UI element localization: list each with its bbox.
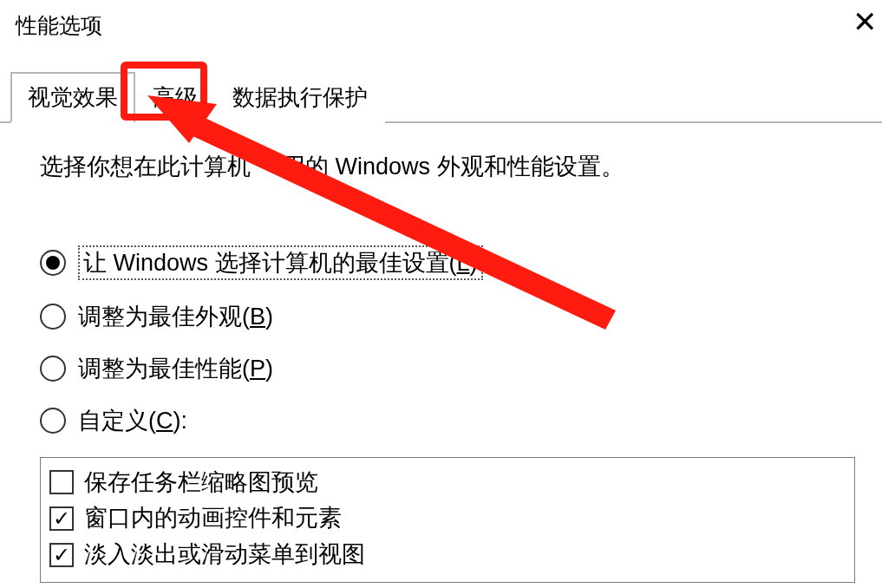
performance-options-dialog: 性能选项 ✕ 视觉效果 高级 数据执行保护 选择你想在此计算机XX用的 Wind… — [0, 0, 882, 588]
radio-label-suffix: ): — [173, 408, 188, 434]
tab-label: 数据执行保护 — [232, 84, 368, 110]
tab-label: 视觉效果 — [28, 84, 118, 110]
tab-dep[interactable]: 数据执行保护 — [215, 72, 385, 123]
radio-icon — [40, 250, 66, 276]
tabstrip: 视觉效果 高级 数据执行保护 — [0, 66, 882, 123]
radio-custom[interactable]: 自定义(C): — [40, 405, 842, 436]
radio-label-prefix: 让 Windows 选择计算机的最佳设置( — [83, 250, 457, 276]
radio-hotkey: B — [250, 304, 265, 330]
radio-label-prefix: 调整为最佳性能( — [78, 356, 250, 382]
radio-icon — [40, 356, 66, 382]
intro-prefix: 选择你想在此计算机 — [40, 154, 251, 180]
checklist-item[interactable]: 保存任务栏缩略图预览 — [49, 465, 846, 501]
radio-label: 调整为最佳外观(B) — [78, 301, 273, 332]
radio-label-suffix: ) — [265, 356, 273, 382]
checklist-item[interactable]: ✓ 窗口内的动画控件和元素 — [49, 500, 846, 537]
radio-let-windows-choose[interactable]: 让 Windows 选择计算机的最佳设置(L) — [40, 245, 842, 280]
radio-label-suffix: ) — [265, 304, 273, 330]
titlebar: 性能选项 ✕ — [0, 0, 882, 50]
checklist-label: 保存任务栏缩略图预览 — [84, 465, 318, 501]
radio-icon — [40, 304, 66, 330]
radio-icon — [40, 408, 66, 434]
checkbox-icon: ✓ — [49, 543, 74, 567]
content-area: 选择你想在此计算机XX用的 Windows 外观和性能设置。 让 Windows… — [0, 123, 882, 583]
checkbox-icon — [49, 470, 74, 494]
checklist-label: 窗口内的动画控件和元素 — [84, 500, 342, 537]
radio-hotkey: C — [156, 408, 173, 434]
radio-best-appearance[interactable]: 调整为最佳外观(B) — [40, 301, 842, 332]
checklist-item[interactable]: ✓ 淡入淡出或滑动菜单到视图 — [49, 537, 846, 573]
radio-hotkey: L — [457, 250, 470, 276]
tabstrip-container: 视觉效果 高级 数据执行保护 — [0, 66, 882, 123]
intro-text: 选择你想在此计算机XX用的 Windows 外观和性能设置。 — [40, 149, 842, 185]
tab-visual-effects[interactable]: 视觉效果 — [10, 72, 135, 123]
radio-group: 让 Windows 选择计算机的最佳设置(L) 调整为最佳外观(B) 调整为最佳… — [40, 245, 842, 436]
tab-label: 高级 — [153, 84, 198, 110]
radio-label: 自定义(C): — [78, 405, 187, 436]
tab-advanced[interactable]: 高级 — [135, 72, 215, 123]
checkbox-icon: ✓ — [49, 506, 74, 531]
radio-label-suffix: ) — [470, 250, 478, 276]
effects-checklist[interactable]: 保存任务栏缩略图预览 ✓ 窗口内的动画控件和元素 ✓ 淡入淡出或滑动菜单到视图 — [40, 457, 855, 584]
radio-label-prefix: 自定义( — [78, 408, 156, 434]
radio-label-prefix: 调整为最佳外观( — [78, 304, 250, 330]
window-title: 性能选项 — [16, 11, 102, 40]
radio-label: 让 Windows 选择计算机的最佳设置(L) — [78, 245, 483, 280]
checklist-label: 淡入淡出或滑动菜单到视图 — [84, 537, 365, 573]
radio-best-performance[interactable]: 调整为最佳性能(P) — [40, 353, 842, 384]
radio-hotkey: P — [250, 356, 265, 382]
close-icon[interactable]: ✕ — [853, 7, 877, 36]
intro-suffix: 用的 Windows 外观和性能设置。 — [282, 154, 624, 180]
radio-label: 调整为最佳性能(P) — [78, 353, 273, 384]
